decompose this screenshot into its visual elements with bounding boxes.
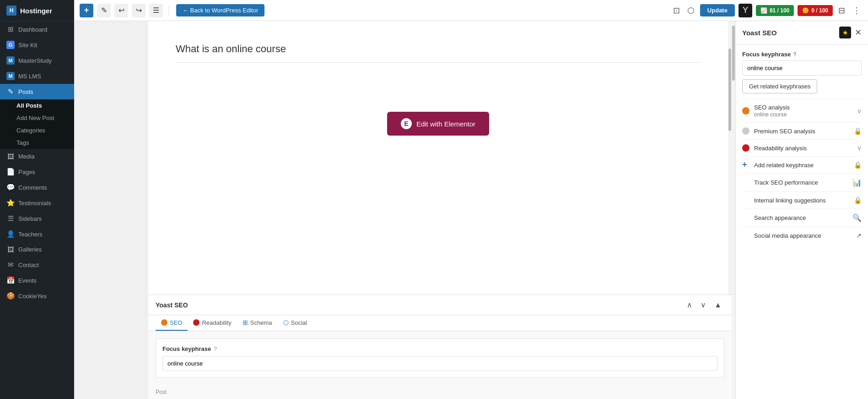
sidebar-subitem-categories[interactable]: Categories — [0, 124, 74, 137]
ms-lms-icon: M — [6, 72, 15, 80]
bottom-panel-controls: ∧ ∨ ▲ — [684, 300, 724, 310]
yoast-row-search-appearance[interactable]: Search appearance 🔍 — [742, 208, 862, 227]
update-button[interactable]: Update — [700, 4, 735, 16]
sidebar-subitem-add-new-post[interactable]: Add New Post — [0, 112, 74, 124]
social-media-share-icon: ↗ — [856, 232, 862, 239]
sidebar-item-teachers[interactable]: 👤 Teachers — [0, 226, 74, 242]
panels-toggle-button[interactable]: ⊟ — [836, 4, 847, 17]
schema-tab-label: Schema — [250, 319, 272, 326]
readability-tab-dot — [193, 319, 199, 326]
internal-linking-title: Internal linking suggestions — [754, 197, 854, 204]
yoast-help-icon[interactable]: ? — [793, 51, 796, 58]
sidebar: H Hostinger ⊞ Dashboard G Site Kit M Mas… — [0, 0, 74, 399]
sidebar-item-contact[interactable]: ✉ Contact — [0, 257, 74, 273]
tab-seo[interactable]: SEO — [156, 315, 188, 331]
yoast-row-social-media[interactable]: Social media appearance ↗ — [742, 227, 862, 244]
sidebar-item-ms-lms[interactable]: M MS LMS — [0, 68, 74, 84]
search-appearance-search-icon: 🔍 — [852, 213, 862, 222]
get-related-keyphrases-button[interactable]: Get related keyphrases — [742, 79, 817, 93]
bottom-focus-keyphrase-section: Focus keyphrase ? — [156, 339, 724, 378]
yoast-star-button[interactable]: ★ — [839, 27, 851, 38]
editor-center-area: E Edit with Elementor — [176, 66, 701, 181]
sidebar-item-events[interactable]: 📅 Events — [0, 273, 74, 288]
pages-icon: 📄 — [6, 168, 15, 176]
add-related-kp-lock-icon: 🔒 — [854, 161, 862, 169]
more-options-button[interactable]: ⋮ — [851, 4, 863, 17]
yoast-scroll-track-left[interactable] — [732, 21, 735, 399]
active-arrow — [70, 87, 74, 96]
social-media-title: Social media appearance — [754, 232, 856, 239]
yoast-seo-score-button[interactable]: 📈 81 / 100 — [756, 5, 794, 16]
cookieyes-icon: 🍪 — [6, 292, 15, 300]
yoast-row-track-seo[interactable]: Track SEO performance 📊 — [742, 173, 862, 191]
edit-elementor-button[interactable]: E Edit with Elementor — [387, 112, 489, 136]
teachers-icon: 👤 — [6, 230, 15, 238]
sidebar-item-galleries[interactable]: 🖼 Galleries — [0, 242, 74, 257]
track-seo-title: Track SEO performance — [754, 179, 852, 186]
edit-button[interactable]: ✎ — [97, 4, 111, 17]
add-related-kp-title: Add related keyphrase — [754, 162, 854, 169]
sidebar-item-media[interactable]: 🖼 Media — [0, 149, 74, 164]
sidebar-item-label: Testimonials — [18, 200, 51, 207]
redo-button[interactable]: ↪ — [132, 4, 146, 17]
sidebar-item-label: Comments — [18, 184, 47, 191]
seo-tab-dot — [161, 319, 167, 326]
sidebar-item-label: Site Kit — [18, 42, 37, 49]
layout-icon-button[interactable]: ⊡ — [671, 4, 682, 17]
yoast-panel-container: Yoast SEO ★ ✕ Focus keyphrase ? Get rela… — [732, 21, 868, 399]
sidebar-item-pages[interactable]: 📄 Pages — [0, 164, 74, 180]
yoast-close-button[interactable]: ✕ — [855, 27, 862, 38]
sidebar-item-cookieyes[interactable]: 🍪 CookieYes — [0, 288, 74, 304]
editor-divider — [176, 62, 701, 63]
sidebar-item-posts[interactable]: ✎ Posts — [0, 84, 74, 99]
sidebar-subitem-all-posts[interactable]: All Posts — [0, 99, 74, 112]
yoast-row-add-related-kp[interactable]: + Add related keyphrase 🔒 — [742, 156, 862, 173]
yoast-logo-button[interactable]: Y — [739, 4, 752, 17]
undo-button[interactable]: ↩ — [114, 4, 128, 17]
editor-title[interactable]: What is an online course — [176, 39, 701, 59]
sidebar-logo[interactable]: H Hostinger — [0, 0, 74, 22]
yoast-row-premium-seo[interactable]: Premium SEO analysis 🔒 — [742, 122, 862, 139]
scroll-track — [728, 21, 732, 295]
editor-scrollbar[interactable] — [728, 21, 732, 295]
sidebar-subitem-tags[interactable]: Tags — [0, 137, 74, 149]
yoast-focus-kp-input[interactable] — [742, 60, 862, 76]
readability-title: Readability analysis — [754, 145, 857, 152]
separator — [168, 6, 169, 15]
bottom-yoast-panel: Yoast SEO ∧ ∨ ▲ SEO Readability ⊞ — [148, 295, 732, 399]
focus-kp-help-icon[interactable]: ? — [214, 346, 217, 352]
yoast-row-seo-analysis[interactable]: SEO analysis online course ∨ — [742, 99, 862, 122]
move-up-button[interactable]: ▲ — [712, 300, 724, 310]
yoast-row-internal-linking[interactable]: Internal linking suggestions 🔒 — [742, 191, 862, 208]
dashboard-icon: ⊞ — [6, 25, 15, 33]
posts-submenu: All Posts Add New Post Categories Tags — [0, 99, 74, 149]
search-appearance-title: Search appearance — [754, 214, 852, 221]
bottom-focus-kp-input[interactable] — [162, 356, 717, 371]
collapse-up-button[interactable]: ∧ — [684, 300, 695, 310]
sidebar-item-site-kit[interactable]: G Site Kit — [0, 37, 74, 53]
sidebar-item-sidebars[interactable]: ☰ Sidebars — [0, 211, 74, 226]
back-to-wordpress-button[interactable]: ← Back to WordPress Editor — [176, 4, 264, 16]
add-button[interactable]: + — [80, 4, 93, 17]
tab-schema[interactable]: ⊞ Schema — [237, 315, 278, 331]
collapse-down-button[interactable]: ∨ — [698, 300, 709, 310]
readability-dot — [742, 144, 749, 152]
yoast-readability-score-button[interactable]: 😊 0 / 100 — [798, 5, 833, 16]
edit-elementor-label: Edit with Elementor — [416, 120, 475, 128]
sidebar-item-comments[interactable]: 💬 Comments — [0, 180, 74, 195]
premium-seo-lock-icon: 🔒 — [854, 127, 862, 135]
bottom-panel-title: Yoast SEO — [156, 301, 684, 309]
list-button[interactable]: ☰ — [149, 4, 163, 17]
sidebar-item-dashboard[interactable]: ⊞ Dashboard — [0, 22, 74, 37]
external-link-button[interactable]: ⬡ — [685, 4, 696, 17]
sidebar-item-label: Teachers — [18, 231, 43, 238]
testimonials-icon: ⭐ — [6, 199, 15, 207]
sidebar-item-testimonials[interactable]: ⭐ Testimonials — [0, 195, 74, 211]
sidebar-item-label: Pages — [18, 169, 35, 175]
tab-social[interactable]: ⬡ Social — [278, 315, 313, 331]
focus-kp-label: Focus keyphrase — [162, 345, 211, 352]
sidebar-item-label: Events — [18, 277, 37, 284]
tab-readability[interactable]: Readability — [188, 315, 237, 331]
yoast-row-readability[interactable]: Readability analysis ∨ — [742, 139, 862, 156]
sidebar-item-masterstudy[interactable]: M MasterStudy — [0, 53, 74, 68]
